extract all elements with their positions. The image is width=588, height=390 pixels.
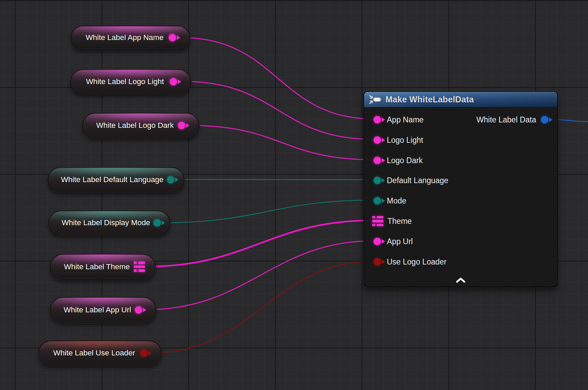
struct-pin-icon[interactable] (134, 261, 145, 272)
input-pin-string[interactable] (374, 136, 381, 144)
input-pin-byte[interactable] (374, 177, 381, 184)
input-pin-bool[interactable] (374, 258, 381, 266)
node-get-white-label-default-language[interactable]: White Label Default Language (47, 167, 185, 192)
pin-label: Theme (387, 217, 412, 226)
node-get-white-label-app-url[interactable]: White Label App Url (50, 297, 156, 323)
wire-byte[interactable] (175, 179, 374, 180)
wire-string[interactable] (147, 241, 374, 310)
node-label: White Label Use Loader (51, 349, 137, 357)
output-pin-byte[interactable] (153, 219, 161, 227)
input-pin-string[interactable] (374, 116, 381, 123)
pin-label: Logo Dark (387, 156, 423, 165)
input-pin-row-logo-light[interactable]: Logo Light (374, 134, 423, 146)
chevron-up-icon (456, 277, 466, 283)
input-pin-string[interactable] (374, 157, 381, 164)
node-make-whitelabeldata[interactable]: Make WhiteLabelData App Name Logo Light … (363, 91, 558, 287)
pin-label: Default Language (387, 176, 448, 185)
node-get-white-label-use-loader[interactable]: White Label Use Loader (38, 340, 162, 366)
pin-label: App Url (387, 237, 413, 246)
wire-string[interactable] (182, 38, 374, 119)
wire-string[interactable] (190, 125, 374, 160)
input-pin-row-theme[interactable]: Theme (372, 215, 412, 227)
input-pin-row-use-logo-loader[interactable]: Use Logo Loader (374, 256, 446, 268)
node-title: Make WhiteLabelData (385, 95, 474, 104)
node-label: White Label App Url (63, 306, 131, 314)
output-pin-string[interactable] (169, 34, 176, 41)
output-pin-bool[interactable] (140, 349, 148, 357)
node-label: White Label Theme (63, 262, 130, 271)
pin-label: Logo Light (387, 136, 423, 145)
output-pin-string[interactable] (135, 306, 142, 314)
struct-pin-icon[interactable] (372, 216, 383, 227)
node-label: White Label Logo Dark (96, 121, 174, 130)
node-get-white-label-logo-dark[interactable]: White Label Logo Dark (82, 113, 200, 138)
output-pin-string[interactable] (170, 78, 177, 85)
collapse-pins-chevron[interactable] (455, 277, 466, 283)
pin-label: Mode (387, 196, 406, 206)
node-header[interactable]: Make WhiteLabelData (364, 92, 557, 108)
node-label: White Label Logo Light (84, 77, 166, 86)
node-get-white-label-app-name[interactable]: White Label App Name (70, 25, 190, 50)
node-label: White Label Default Language (61, 175, 164, 184)
input-pin-row-logo-dark[interactable]: Logo Dark (374, 155, 423, 166)
make-struct-icon (369, 95, 382, 104)
output-pin-struct[interactable] (541, 116, 548, 123)
output-pin-row-white-label-data[interactable]: White Label Data (477, 114, 548, 125)
input-pin-row-mode[interactable]: Mode (374, 195, 406, 207)
wire-byte[interactable] (161, 200, 374, 223)
output-pin-string[interactable] (178, 122, 185, 129)
wire-bool[interactable] (152, 261, 374, 353)
input-pin-row-app-url[interactable]: App Url (374, 236, 413, 247)
input-pin-byte[interactable] (374, 197, 381, 204)
node-get-white-label-logo-light[interactable]: White Label Logo Light (70, 69, 191, 94)
node-get-white-label-display-mode[interactable]: White Label Display Mode (48, 210, 170, 235)
blueprint-graph-canvas[interactable]: White Label App Name White Label Logo Li… (0, 0, 588, 390)
node-get-white-label-theme[interactable]: White Label Theme (50, 254, 156, 280)
input-pin-string[interactable] (374, 238, 381, 245)
input-pin-row-app-name[interactable]: App Name (374, 114, 424, 125)
node-label: White Label Display Mode (62, 218, 150, 227)
pin-label: App Name (387, 115, 424, 124)
wire-string[interactable] (183, 81, 374, 139)
node-label: White Label App Name (84, 33, 165, 42)
pin-label: Use Logo Loader (387, 257, 446, 267)
pin-label: White Label Data (477, 115, 536, 124)
output-pin-byte[interactable] (167, 176, 174, 183)
input-pin-row-default-language[interactable]: Default Language (374, 175, 448, 186)
